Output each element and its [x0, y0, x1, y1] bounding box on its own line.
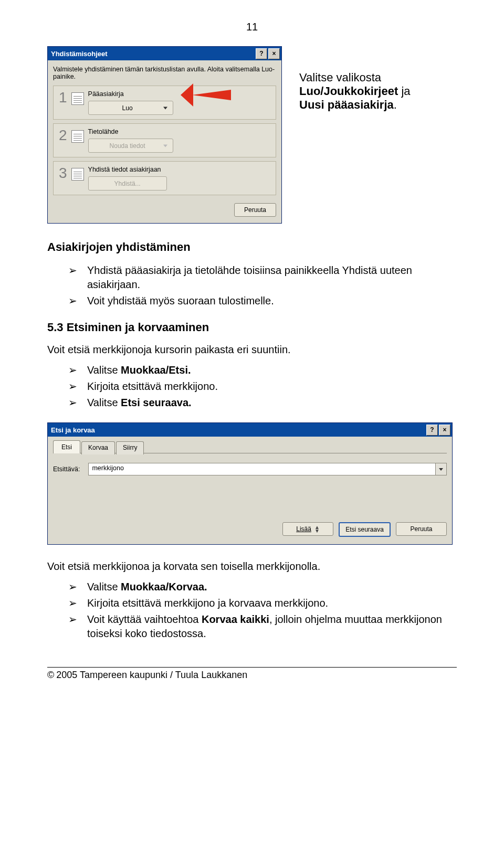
- step-number: 1: [59, 90, 67, 105]
- cancel-button[interactable]: Peruuta: [396, 522, 447, 536]
- list-item: Yhdistä pääasiakirja ja tietolähde toisi…: [68, 263, 457, 292]
- find-replace-titlebar[interactable]: Etsi ja korvaa ? ×: [48, 423, 452, 437]
- more-button[interactable]: Lisää ▲▼: [282, 522, 333, 536]
- datasource-icon: [71, 130, 84, 143]
- text: Valitse: [87, 581, 121, 592]
- step-number: 2: [59, 128, 67, 143]
- page-number: 11: [47, 21, 457, 33]
- merge-wizard-title: Yhdistämisohjeet: [51, 50, 108, 58]
- footer-text: 2005 Tampereen kaupunki / Tuula Laukkane…: [56, 670, 247, 681]
- tab-replace[interactable]: Korvaa: [81, 441, 115, 454]
- find-what-dropdown[interactable]: [435, 463, 446, 475]
- callout-bold: Luo/Joukkokirjeet: [299, 84, 398, 98]
- tab-strip: Etsi Korvaa Siirry: [53, 440, 447, 453]
- create-button-label: Luo: [122, 104, 133, 112]
- merge-icon: [71, 168, 84, 181]
- callout-text: Valitse valikosta Luo/Joukkokirjeet ja U…: [299, 71, 483, 112]
- tab-find[interactable]: Etsi: [53, 440, 80, 453]
- bullet-list: Valitse Muokkaa/Etsi. Kirjoita etsittävä…: [68, 363, 457, 410]
- help-button[interactable]: ?: [426, 425, 438, 436]
- help-button[interactable]: ?: [256, 48, 267, 59]
- create-button[interactable]: Luo: [88, 101, 173, 115]
- chevron-down-icon: [163, 107, 167, 109]
- chevron-down-icon: [163, 144, 167, 147]
- callout-bold: Uusi pääasiakirja: [299, 98, 394, 111]
- cancel-button[interactable]: Peruuta: [234, 203, 276, 217]
- step-3: 3 Yhdistä tiedot asiakirjaan Yhdistä...: [53, 161, 276, 195]
- text: Voit käyttää vaihtoehtoa: [87, 613, 202, 625]
- merge-button[interactable]: Yhdistä...: [88, 176, 167, 190]
- bold-text: Muokkaa/Korvaa.: [121, 581, 207, 592]
- bold-text: Korvaa kaikki: [202, 613, 269, 625]
- find-replace-title: Etsi ja korvaa: [51, 426, 95, 434]
- chevron-down-icon: [439, 468, 443, 471]
- bullet-list: Valitse Muokkaa/Korvaa. Kirjoita etsittä…: [68, 580, 457, 641]
- find-what-input[interactable]: merkkijono: [88, 463, 447, 475]
- list-item: Voit käyttää vaihtoehtoa Korvaa kaikki, …: [68, 612, 457, 641]
- step-number: 3: [59, 166, 67, 181]
- step-2: 2 Tietolähde Nouda tiedot: [53, 123, 276, 157]
- list-item: Kirjoita etsittävä merkkijono ja korvaav…: [68, 596, 457, 610]
- step-2-label: Tietolähde: [88, 128, 270, 135]
- expand-icon: ▲▼: [314, 525, 320, 533]
- section-heading: Asiakirjojen yhdistäminen: [47, 240, 457, 254]
- tab-goto[interactable]: Siirry: [116, 441, 144, 454]
- merge-wizard-titlebar[interactable]: Yhdistämisohjeet ? ×: [48, 47, 281, 60]
- get-data-button-label: Nouda tiedot: [110, 142, 145, 150]
- find-next-button[interactable]: Etsi seuraava: [339, 522, 391, 537]
- list-item: Kirjoita etsittävä merkkijono.: [68, 379, 457, 394]
- callout-line: Valitse valikosta: [299, 71, 381, 84]
- merge-wizard-dialog: Yhdistämisohjeet ? × Valmistele yhdistäm…: [47, 46, 282, 224]
- wizard-intro-text: Valmistele yhdistäminen tämän tarkistusl…: [53, 66, 276, 80]
- section-heading: 5.3 Etsiminen ja korvaaminen: [47, 321, 457, 334]
- bold-text: Muokkaa/Etsi.: [121, 364, 191, 376]
- step-3-label: Yhdistä tiedot asiakirjaan: [88, 166, 270, 173]
- bullet-list: Yhdistä pääasiakirja ja tietolähde toisi…: [68, 263, 457, 308]
- list-item: Valitse Etsi seuraava.: [68, 396, 457, 410]
- more-button-label: Lisää: [296, 525, 311, 533]
- close-button[interactable]: ×: [439, 425, 450, 436]
- bold-text: Etsi seuraava.: [121, 397, 192, 408]
- text: Valitse: [87, 397, 121, 408]
- find-what-label: Etsittävä:: [53, 465, 80, 473]
- merge-button-label: Yhdistä...: [114, 180, 141, 187]
- text: Valitse: [87, 364, 121, 376]
- body-paragraph: Voit etsiä merkkijonoa ja korvata sen to…: [47, 560, 457, 573]
- body-paragraph: Voit etsiä merkkijonoja kursorin paikast…: [47, 344, 457, 356]
- callout-arrow-icon: [192, 90, 231, 100]
- get-data-button[interactable]: Nouda tiedot: [88, 139, 173, 153]
- step-1: 1 Pääasiakirja Luo: [53, 86, 276, 120]
- step-1-label: Pääasiakirja: [88, 90, 270, 98]
- page-footer: © 2005 Tampereen kaupunki / Tuula Laukka…: [47, 667, 457, 681]
- find-replace-dialog: Etsi ja korvaa ? × Etsi Korvaa Siirry Et…: [47, 422, 453, 545]
- list-item: Voit yhdistää myös suoraan tulostimelle.: [68, 294, 457, 308]
- copyright-icon: ©: [47, 670, 54, 681]
- list-item: Valitse Muokkaa/Etsi.: [68, 363, 457, 377]
- close-button[interactable]: ×: [268, 48, 280, 59]
- callout-line: ja: [398, 84, 410, 98]
- find-what-value: merkkijono: [89, 463, 435, 475]
- document-icon: [71, 92, 84, 105]
- list-item: Valitse Muokkaa/Korvaa.: [68, 580, 457, 594]
